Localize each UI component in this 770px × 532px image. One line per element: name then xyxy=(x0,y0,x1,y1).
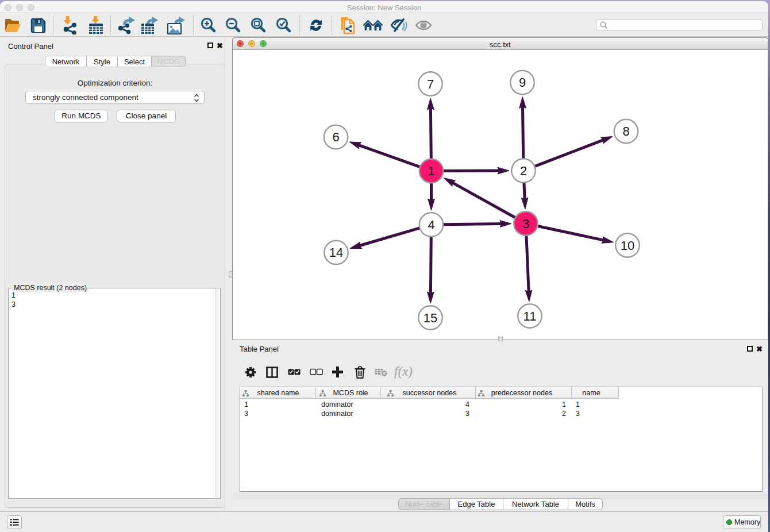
svg-text:10: 10 xyxy=(621,238,634,253)
svg-text:11: 11 xyxy=(523,309,537,323)
svg-text:8: 8 xyxy=(622,124,629,138)
svg-text:15: 15 xyxy=(424,311,437,325)
svg-text:6: 6 xyxy=(332,130,339,144)
svg-text:3: 3 xyxy=(522,217,529,231)
svg-text:14: 14 xyxy=(329,245,343,260)
svg-text:7: 7 xyxy=(427,77,434,91)
svg-text:4: 4 xyxy=(428,218,434,232)
svg-text:1: 1 xyxy=(428,164,434,178)
svg-text:2: 2 xyxy=(520,164,527,178)
svg-text:9: 9 xyxy=(519,75,526,90)
